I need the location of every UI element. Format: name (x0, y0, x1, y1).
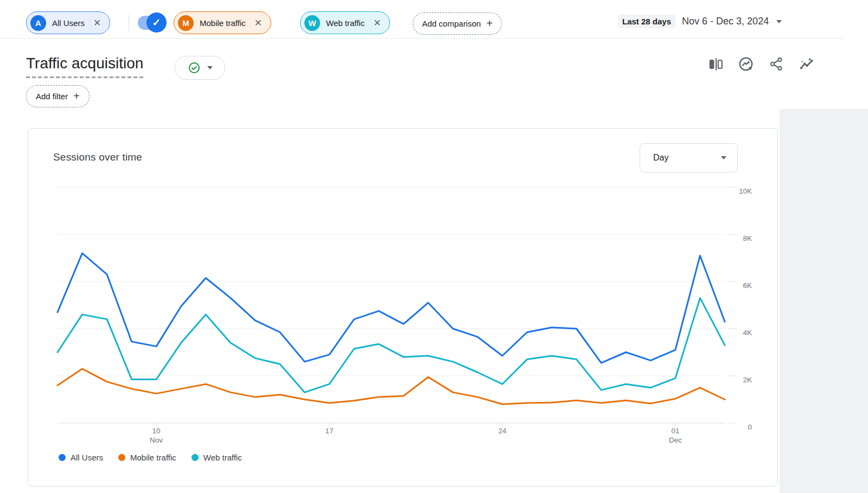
legend-dot (192, 454, 199, 461)
report-status-button[interactable] (175, 56, 225, 80)
chevron-down-icon (207, 66, 213, 69)
comparison-avatar: M (178, 15, 194, 31)
chart-title: Sessions over time (53, 151, 142, 163)
granularity-dropdown[interactable]: Day (640, 143, 738, 172)
add-comparison-label: Add comparison (422, 19, 481, 28)
comparison-pill-web-traffic[interactable]: W Web traffic ✕ (300, 11, 390, 34)
plus-icon: + (486, 17, 493, 30)
add-comparison-button[interactable]: Add comparison + (413, 12, 502, 35)
y-axis-label: 2K (726, 376, 752, 385)
legend-label: All Users (71, 453, 103, 462)
y-axis-label: 8K (726, 234, 752, 243)
comparison-pill-label: Mobile traffic (200, 18, 246, 28)
explore-button[interactable] (798, 55, 815, 73)
edit-comparisons-icon (707, 56, 724, 72)
legend-item: Web traffic (192, 453, 242, 462)
header-divider (0, 38, 844, 39)
sessions-chart-card: Sessions over time Day 10K 8K 6K 4K 2K 0… (28, 128, 778, 486)
date-range-value: Nov 6 - Dec 3, 2024 (682, 16, 769, 27)
x-axis-tick-label: 17 (325, 426, 333, 436)
page-title: Traffic acquisition (26, 55, 143, 78)
sessions-line-chart[interactable] (58, 187, 725, 423)
date-range-selector[interactable]: Last 28 days Nov 6 - Dec 3, 2024 (618, 15, 782, 28)
comparison-avatar: A (30, 15, 46, 31)
comparison-bar: A All Users ✕ ✓ M Mobile traffic ✕ W Web… (0, 0, 868, 38)
granularity-value: Day (653, 153, 668, 163)
check-circle-icon (188, 61, 201, 74)
report-toolbar (707, 55, 815, 73)
y-axis-label: 0 (726, 423, 752, 432)
date-range-preset: Last 28 days (618, 15, 675, 28)
add-filter-button[interactable]: Add filter + (26, 85, 90, 107)
x-axis-tick-label: 10Nov (150, 426, 163, 445)
share-button[interactable] (768, 55, 785, 73)
comparison-pill-all-users[interactable]: A All Users ✕ (26, 11, 110, 34)
ga-report-page: A All Users ✕ ✓ M Mobile traffic ✕ W Web… (0, 0, 868, 493)
plus-icon: + (73, 90, 80, 103)
legend-label: Web traffic (203, 453, 242, 462)
edit-comparisons-button[interactable] (707, 55, 724, 73)
legend-item: Mobile traffic (118, 453, 176, 462)
close-icon[interactable]: ✕ (253, 17, 263, 29)
page-background-rail (780, 109, 868, 493)
close-icon[interactable]: ✕ (372, 17, 382, 29)
close-icon[interactable]: ✕ (92, 17, 102, 29)
legend-dot (118, 454, 125, 461)
chevron-down-icon (721, 156, 726, 159)
divider (129, 15, 129, 31)
explore-icon (799, 56, 815, 72)
comparison-toggle[interactable]: ✓ (138, 16, 166, 30)
insights-button[interactable] (737, 55, 755, 73)
y-axis-label: 4K (726, 329, 752, 337)
comparison-avatar: W (304, 15, 320, 31)
series-line-mobile-traffic (58, 369, 725, 404)
share-icon (768, 56, 784, 72)
legend-label: Mobile traffic (130, 453, 176, 462)
comparison-pill-label: Web traffic (326, 18, 365, 28)
comparison-pill-label: All Users (52, 18, 85, 28)
comparison-pill-mobile-traffic[interactable]: M Mobile traffic ✕ (174, 11, 271, 34)
chevron-down-icon (776, 20, 782, 23)
y-axis-label: 6K (726, 281, 752, 290)
legend-item: All Users (59, 453, 103, 462)
y-axis-label: 10K (726, 187, 752, 196)
chart-legend: All Users Mobile traffic Web traffic (59, 453, 242, 462)
x-axis-tick-label: 01Dec (669, 426, 682, 445)
toggle-thumb-check-icon: ✓ (146, 12, 167, 33)
add-filter-label: Add filter (36, 92, 68, 101)
x-axis-tick-label: 24 (498, 426, 506, 436)
insights-icon (738, 56, 754, 72)
series-line-all-users (58, 253, 725, 363)
legend-dot (59, 454, 66, 461)
